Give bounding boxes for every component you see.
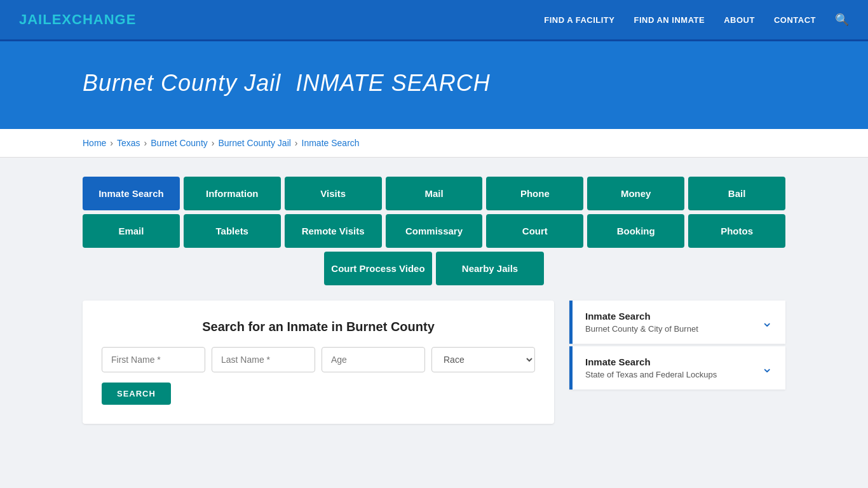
sep-3: › <box>212 138 215 148</box>
sidebar-item-texas-text: Inmate Search State of Texas and Federal… <box>585 356 717 379</box>
tab-booking[interactable]: Booking <box>587 214 684 248</box>
breadcrumb-burnet-county-jail[interactable]: Burnet County Jail <box>218 138 290 148</box>
sidebar: Inmate Search Burnet County & City of Bu… <box>569 301 785 424</box>
tab-phone[interactable]: Phone <box>486 177 583 210</box>
search-title: Search for an Inmate in Burnet County <box>102 320 535 334</box>
tab-tablets[interactable]: Tablets <box>184 214 281 248</box>
tab-remote-visits[interactable]: Remote Visits <box>285 214 382 248</box>
sidebar-item-texas-subtitle: State of Texas and Federal Lockups <box>585 370 717 379</box>
main-content: Inmate Search Information Visits Mail Ph… <box>0 158 868 443</box>
sidebar-item-texas[interactable]: Inmate Search State of Texas and Federal… <box>569 346 785 390</box>
page-title-sub: INMATE SEARCH <box>296 70 491 96</box>
nav-find-inmate[interactable]: FIND AN INMATE <box>634 15 705 25</box>
tabs-row3: Court Process Video Nearby Jails <box>83 252 785 285</box>
search-form: Race White Black Hispanic Asian Other <box>102 347 535 372</box>
logo-exchange: EXCHANGE <box>52 11 137 27</box>
sidebar-item-burnet-title: Inmate Search <box>585 311 698 322</box>
tab-email[interactable]: Email <box>83 214 180 248</box>
chevron-down-icon-2: ⌄ <box>761 360 773 376</box>
first-name-input[interactable] <box>102 347 205 372</box>
sidebar-item-burnet[interactable]: Inmate Search Burnet County & City of Bu… <box>569 301 785 344</box>
breadcrumb-burnet-county[interactable]: Burnet County <box>151 138 208 148</box>
tab-commissary[interactable]: Commissary <box>386 214 483 248</box>
page-title: Burnet County Jail INMATE SEARCH <box>83 67 785 97</box>
tabs-row2: Email Tablets Remote Visits Commissary C… <box>83 214 785 248</box>
chevron-down-icon: ⌄ <box>761 314 773 330</box>
last-name-input[interactable] <box>212 347 315 372</box>
tab-court[interactable]: Court <box>486 214 583 248</box>
age-input[interactable] <box>322 347 425 372</box>
search-button[interactable]: SEARCH <box>102 383 171 405</box>
nav-about[interactable]: ABOUT <box>724 15 755 25</box>
sidebar-item-burnet-text: Inmate Search Burnet County & City of Bu… <box>585 311 698 334</box>
navbar: JAILEXCHANGE FIND A FACILITY FIND AN INM… <box>0 0 868 41</box>
breadcrumb: Home › Texas › Burnet County › Burnet Co… <box>83 138 785 148</box>
tab-nearby-jails[interactable]: Nearby Jails <box>436 252 544 285</box>
tab-court-process-video[interactable]: Court Process Video <box>324 252 432 285</box>
tab-bail[interactable]: Bail <box>688 177 785 210</box>
breadcrumb-texas[interactable]: Texas <box>117 138 140 148</box>
breadcrumb-inmate-search[interactable]: Inmate Search <box>302 138 360 148</box>
hero-section: Burnet County Jail INMATE SEARCH <box>0 41 868 129</box>
tab-money[interactable]: Money <box>587 177 684 210</box>
page-title-main: Burnet County Jail <box>83 70 281 96</box>
tabs-row1: Inmate Search Information Visits Mail Ph… <box>83 177 785 210</box>
breadcrumb-bar: Home › Texas › Burnet County › Burnet Co… <box>0 129 868 158</box>
nav-links: FIND A FACILITY FIND AN INMATE ABOUT CON… <box>544 13 849 27</box>
tab-mail[interactable]: Mail <box>386 177 483 210</box>
breadcrumb-home[interactable]: Home <box>83 138 106 148</box>
nav-find-facility[interactable]: FIND A FACILITY <box>544 15 614 25</box>
tab-inmate-search[interactable]: Inmate Search <box>83 177 180 210</box>
search-panel: Search for an Inmate in Burnet County Ra… <box>83 301 554 424</box>
sep-2: › <box>144 138 147 148</box>
logo[interactable]: JAILEXCHANGE <box>19 11 136 28</box>
search-icon[interactable]: 🔍 <box>835 13 849 27</box>
race-select[interactable]: Race White Black Hispanic Asian Other <box>431 347 535 372</box>
lower-section: Search for an Inmate in Burnet County Ra… <box>83 301 785 424</box>
tab-visits[interactable]: Visits <box>285 177 382 210</box>
sidebar-item-texas-title: Inmate Search <box>585 356 717 367</box>
tab-information[interactable]: Information <box>184 177 281 210</box>
nav-contact[interactable]: CONTACT <box>774 15 816 25</box>
sep-4: › <box>295 138 298 148</box>
sidebar-item-burnet-subtitle: Burnet County & City of Burnet <box>585 324 698 334</box>
logo-jail: JAIL <box>19 11 52 27</box>
sep-1: › <box>110 138 113 148</box>
tab-photos[interactable]: Photos <box>688 214 785 248</box>
